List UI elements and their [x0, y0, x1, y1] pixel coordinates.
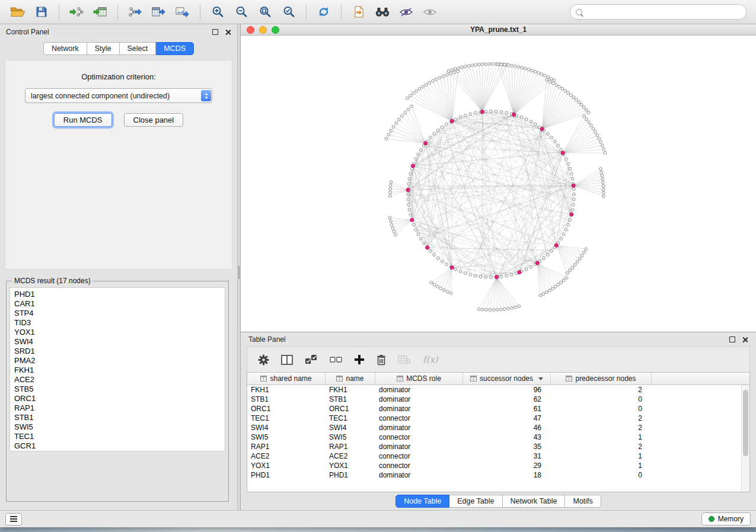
network-node[interactable]: [485, 308, 488, 311]
table-row[interactable]: SWI5SWI5connector431: [247, 432, 749, 442]
mcds-node-item[interactable]: SRD1: [14, 347, 225, 356]
network-hub-node[interactable]: [424, 142, 428, 145]
network-node[interactable]: [589, 124, 592, 127]
network-node[interactable]: [601, 174, 604, 177]
table-row[interactable]: STB1STB1dominator620: [247, 395, 749, 404]
network-node[interactable]: [572, 188, 575, 191]
network-node[interactable]: [467, 65, 470, 68]
network-node[interactable]: [601, 144, 604, 147]
network-node[interactable]: [407, 108, 410, 111]
mcds-node-item[interactable]: PHD1: [14, 290, 225, 299]
network-node[interactable]: [407, 203, 410, 206]
network-node[interactable]: [433, 254, 436, 257]
network-hub-node[interactable]: [540, 127, 544, 131]
network-node[interactable]: [551, 82, 554, 85]
network-node[interactable]: [417, 233, 420, 236]
network-node[interactable]: [548, 289, 551, 292]
network-node[interactable]: [461, 66, 464, 69]
table-row[interactable]: RAP1RAP1dominator352: [247, 442, 749, 451]
network-node[interactable]: [492, 309, 495, 312]
close-table-panel-icon[interactable]: [742, 336, 748, 343]
network-hub-node[interactable]: [570, 213, 573, 216]
network-node[interactable]: [503, 307, 506, 310]
close-panel-icon[interactable]: [225, 29, 231, 36]
mcds-node-item[interactable]: CAR1: [14, 299, 225, 309]
network-node[interactable]: [569, 219, 572, 222]
network-node[interactable]: [495, 110, 497, 113]
network-node[interactable]: [578, 101, 580, 104]
network-node[interactable]: [585, 118, 588, 121]
network-node[interactable]: [496, 308, 499, 311]
network-node[interactable]: [567, 223, 570, 226]
network-node[interactable]: [464, 272, 467, 275]
tab-motifs[interactable]: Motifs: [565, 495, 601, 508]
network-hub-node[interactable]: [450, 119, 454, 123]
network-node[interactable]: [442, 75, 445, 78]
network-node[interactable]: [436, 285, 439, 288]
network-node[interactable]: [418, 87, 421, 90]
search-box[interactable]: [570, 4, 747, 20]
network-node[interactable]: [445, 73, 448, 76]
open-file-button[interactable]: [8, 3, 28, 21]
network-node[interactable]: [390, 223, 393, 226]
mcds-node-item[interactable]: TEC1: [14, 432, 225, 441]
network-node[interactable]: [429, 136, 432, 139]
network-node[interactable]: [513, 65, 516, 68]
network-node[interactable]: [553, 79, 556, 82]
network-node[interactable]: [592, 127, 595, 130]
float-panel-icon[interactable]: [212, 29, 218, 35]
network-node[interactable]: [389, 188, 392, 191]
mcds-node-item[interactable]: SWI5: [14, 422, 225, 432]
network-node[interactable]: [571, 209, 574, 211]
network-node[interactable]: [543, 257, 546, 259]
network-node[interactable]: [583, 115, 586, 118]
network-node[interactable]: [499, 308, 502, 311]
network-node[interactable]: [596, 134, 599, 137]
network-node[interactable]: [479, 275, 482, 278]
network-node[interactable]: [580, 103, 583, 106]
network-node[interactable]: [409, 213, 412, 216]
network-node[interactable]: [454, 68, 457, 70]
show-all-button[interactable]: [420, 3, 440, 21]
network-node[interactable]: [602, 188, 605, 191]
tab-node-table[interactable]: Node Table: [395, 495, 449, 508]
network-node[interactable]: [534, 70, 537, 73]
network-node[interactable]: [572, 198, 575, 201]
network-node[interactable]: [441, 260, 444, 263]
network-node[interactable]: [389, 195, 392, 198]
zoom-fit-button[interactable]: [255, 3, 275, 21]
network-node[interactable]: [529, 120, 532, 123]
network-node[interactable]: [602, 148, 605, 150]
network-node[interactable]: [389, 184, 392, 187]
network-node[interactable]: [585, 248, 588, 251]
network-node[interactable]: [585, 108, 588, 111]
network-hub-node[interactable]: [561, 151, 564, 155]
network-node[interactable]: [397, 118, 400, 121]
network-node[interactable]: [507, 307, 510, 310]
network-node[interactable]: [578, 257, 581, 260]
select-all-button[interactable]: [305, 354, 318, 365]
network-node[interactable]: [428, 81, 431, 84]
network-node[interactable]: [545, 291, 548, 294]
network-node[interactable]: [594, 130, 596, 133]
network-node[interactable]: [567, 162, 570, 165]
network-node[interactable]: [436, 129, 439, 132]
network-node[interactable]: [566, 272, 569, 275]
export-network-button[interactable]: [125, 3, 145, 21]
search-input[interactable]: [586, 7, 741, 17]
network-node[interactable]: [537, 72, 540, 75]
table-row[interactable]: TEC1TEC1connector472: [247, 414, 749, 423]
minimize-window-icon[interactable]: [259, 26, 267, 34]
network-node[interactable]: [517, 66, 520, 69]
network-node[interactable]: [392, 126, 395, 129]
network-node[interactable]: [525, 118, 528, 121]
network-node[interactable]: [575, 98, 578, 101]
tab-select[interactable]: Select: [120, 42, 157, 55]
column-header-shared-name[interactable]: shared name: [247, 373, 326, 384]
network-node[interactable]: [582, 251, 585, 254]
mcds-node-item[interactable]: PMA2: [14, 356, 225, 366]
hide-selected-button[interactable]: [396, 3, 416, 21]
mcds-node-item[interactable]: ORC1: [14, 394, 225, 403]
network-node[interactable]: [520, 116, 523, 118]
network-hub-node[interactable]: [518, 270, 521, 274]
